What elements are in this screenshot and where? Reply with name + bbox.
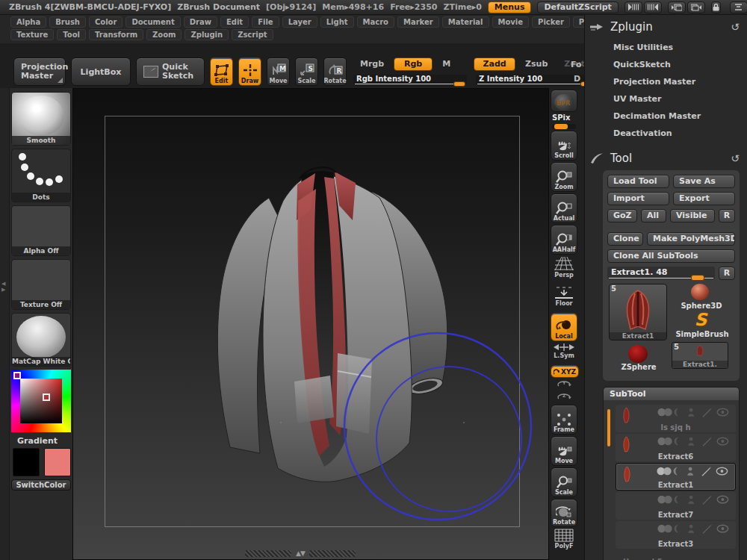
left-tray-divider[interactable]: ◀▶ [0,88,10,560]
local-button[interactable]: Local [551,313,577,341]
tray-right-arrow-icon[interactable] [644,1,662,13]
menu-item[interactable]: Color [89,16,123,28]
sv-cursor-icon[interactable] [43,393,50,401]
current-alpha-thumbnail[interactable]: Alpha Off [11,205,71,256]
subtool-scrollbar[interactable] [607,409,610,447]
menu-item[interactable]: File [252,16,279,28]
subtool-row[interactable]: Extract3 [616,521,736,549]
zplugin-item[interactable]: Misc Utilities [613,39,747,56]
floor-button[interactable]: Floor [551,286,577,311]
menu-item[interactable]: Zoom [146,29,182,40]
lock-icon[interactable] [711,1,721,13]
persp-button[interactable]: Persp [551,256,577,284]
tray-collapse-arrows-icon[interactable]: ◀▶ [1,281,5,293]
subtool-toggle-icons[interactable] [657,436,731,447]
load-tool-button[interactable]: Load Tool [607,175,669,188]
projection-master-button[interactable]: Projection Master [13,57,66,86]
minimize-icon[interactable] [730,1,747,13]
extract-thickness-slider[interactable]: Extract1. 48 [607,267,715,279]
m-button[interactable]: M [436,57,457,71]
tool-header[interactable]: Tool ↺ [585,146,747,169]
menu-item[interactable]: Draw [184,16,217,28]
rgb-intensity-slider[interactable]: Rgb Intensity 100 [353,75,467,85]
scale-shelf-button[interactable]: Scale [551,467,577,497]
menu-item[interactable]: Edit [220,16,249,28]
quick-sketch-button[interactable]: Quick Sketch [136,57,205,86]
switchcolor-button[interactable]: SwitchColor [11,479,71,491]
menu-item[interactable]: Tool [57,29,86,40]
doc-prev-icon[interactable] [668,1,686,13]
menu-item[interactable]: Zscript [232,29,273,40]
subtool-row[interactable]: Extract7 [616,492,736,520]
make-polymesh3d-button[interactable]: Make PolyMesh3D [647,232,735,246]
scrollbar-stripe-left[interactable] [245,550,291,557]
subtool-toggle-icons[interactable] [656,466,731,476]
goz-visible-button[interactable]: Visible [670,209,715,223]
save-as-button[interactable]: Save As [673,175,735,188]
spix-nub[interactable] [554,124,568,129]
tool-reset-icon[interactable]: ↺ [731,152,740,164]
export-button[interactable]: Export [673,192,735,205]
color-picker-sv-square[interactable] [20,379,62,423]
menu-item[interactable]: Material [442,16,489,28]
subtool-toggle-icons[interactable] [657,407,731,417]
zplugin-item[interactable]: UV Master [613,90,747,108]
rgb-intensity-nub[interactable] [453,81,465,87]
zplugin-item[interactable]: QuickSketch [613,56,747,73]
gradient-label[interactable]: Gradient [11,434,71,448]
clone-all-subtools-button[interactable]: Clone All SubTools [607,249,735,263]
zplugin-item[interactable]: Decimation Master [613,108,747,125]
scrollbar-stripe-right[interactable] [309,550,356,557]
xyz-button[interactable]: XYZ [551,365,579,378]
goz-button[interactable]: GoZ [607,209,637,223]
polyf-button[interactable]: PolyF [551,529,577,556]
zplugin-item[interactable]: Deactivation [613,125,747,142]
scroll-arrows-icon[interactable]: ▲▼ [296,550,305,557]
menu-item[interactable]: Marker [397,16,439,28]
lightbox-button[interactable]: LightBox [71,57,131,86]
extract-slider-nub[interactable] [691,275,704,281]
import-button[interactable]: Import [607,192,669,205]
zsphere-thumbnail[interactable] [628,345,648,363]
zoom-button[interactable]: Zoom [551,162,577,192]
goz-all-button[interactable]: All [641,209,666,223]
draw-button[interactable]: Draw [238,57,261,86]
current-texture-thumbnail[interactable]: Texture Off [11,259,71,310]
subtool-header[interactable]: SubTool [603,387,740,400]
move-button[interactable]: M Move [267,57,290,86]
subtool-row[interactable]: Extract6 [616,434,736,461]
current-material-thumbnail[interactable]: MatCap White C [11,313,71,367]
current-brush-thumbnail[interactable]: Smooth [11,92,71,146]
aahalf-button[interactable]: AAHalf [551,225,577,255]
menu-item[interactable]: Transform [89,29,143,40]
menu-item[interactable]: Picker [532,16,570,28]
rotate-shelf-button[interactable]: Rotate [551,499,577,527]
default-zscript-button[interactable]: DefaultZScript [537,1,618,13]
edit-button[interactable]: Edit [210,57,233,86]
scroll-button[interactable]: Scroll [551,131,577,161]
sphere3d-thumbnail[interactable] [691,284,709,300]
zplugin-item[interactable]: Projection Master [613,73,747,90]
spin-z-button[interactable]: Z [551,392,577,403]
scale-button[interactable]: S Scale [295,57,318,86]
doc-next-icon[interactable] [687,1,705,13]
move-shelf-button[interactable]: Move [551,436,577,466]
zsub-button[interactable]: Zsub [518,57,554,71]
menu-item[interactable]: Texture [10,29,54,40]
tray-left-arrow-icon[interactable] [624,1,642,13]
menu-item[interactable]: Light [320,16,354,28]
zplugin-header[interactable]: Zplugin ↺ [585,15,747,37]
subtool-toggle-icons[interactable] [657,494,731,505]
subtool-row[interactable]: ls sjq h [616,405,736,432]
mrgb-button[interactable]: Mrgb [353,57,391,71]
actual-button[interactable]: Actual [551,193,577,223]
rgb-button[interactable]: Rgb [394,57,433,71]
zadd-button[interactable]: Zadd [474,57,515,71]
spix-slider[interactable] [552,124,576,129]
zplugin-reset-icon[interactable]: ↺ [731,21,740,33]
primary-color-swatch[interactable] [13,448,40,476]
subtool-row-selected[interactable]: Extract1 [616,463,736,491]
frame-button[interactable]: Frame [551,405,577,435]
z-intensity-slider[interactable]: Z Intensity 100 [476,75,584,85]
canvas-scrollbar[interactable]: ▲▼ [245,550,356,557]
